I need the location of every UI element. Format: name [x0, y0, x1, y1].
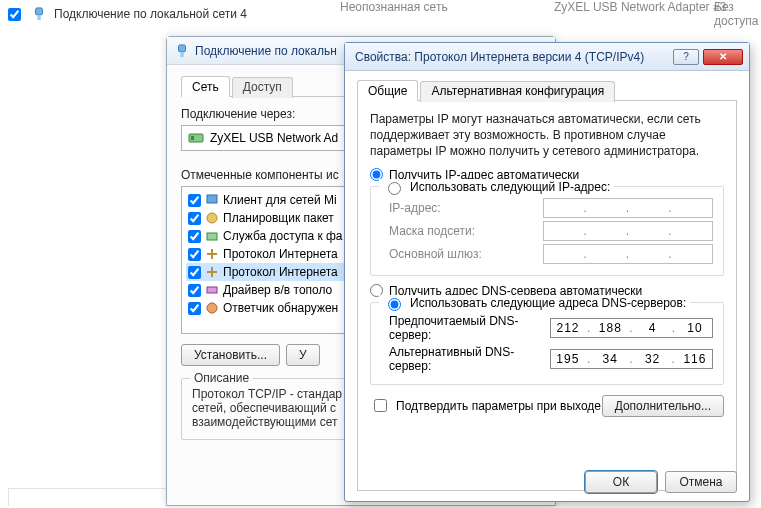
ipv4-tabs: Общие Альтернативная конфигурация	[357, 79, 737, 101]
component-checkbox[interactable]	[188, 194, 201, 207]
ip-address-input: ...	[543, 198, 713, 218]
dns-manual-group: Использовать следующие адреса DNS-сервер…	[370, 302, 724, 385]
svg-rect-9	[207, 287, 217, 293]
svg-rect-6	[207, 195, 217, 203]
install-button[interactable]: Установить...	[181, 344, 280, 366]
confirm-on-exit-row[interactable]: Подтвердить параметры при выходе	[370, 396, 601, 415]
connection-access: Без доступа	[714, 0, 761, 28]
tab-access[interactable]: Доступ	[232, 77, 293, 98]
dns-manual-legend[interactable]: Использовать следующие адреса DNS-сервер…	[379, 295, 690, 311]
svg-rect-2	[179, 44, 186, 51]
gateway-input: ...	[543, 244, 713, 264]
connection-adapter: ZyXEL USB Network Adapter #3	[554, 0, 726, 14]
network-plug-icon	[32, 7, 46, 21]
confirm-checkbox[interactable]	[374, 399, 387, 412]
pref-dns-label: Предпочитаемый DNS-сервер:	[389, 314, 550, 342]
svg-rect-8	[207, 233, 217, 240]
network-plug-icon	[175, 44, 189, 58]
component-checkbox[interactable]	[188, 212, 201, 225]
tab-general[interactable]: Общие	[357, 80, 418, 101]
info-text: Параметры IP могут назначаться автоматич…	[370, 111, 724, 160]
close-button[interactable]: ✕	[703, 49, 743, 65]
scheduler-icon	[205, 211, 219, 225]
dns-manual-radio[interactable]	[388, 298, 401, 311]
ip-address-label: IP-адрес:	[389, 201, 441, 215]
nic-icon	[188, 130, 204, 146]
component-checkbox[interactable]	[188, 248, 201, 261]
subnet-mask-input: ...	[543, 221, 713, 241]
ipv4-window-title: Свойства: Протокол Интернета версии 4 (T…	[355, 50, 644, 64]
component-checkbox[interactable]	[188, 302, 201, 315]
subnet-mask-label: Маска подсети:	[389, 224, 475, 238]
uninstall-button[interactable]: У	[286, 344, 320, 366]
ip-manual-group: Использовать следующий IP-адрес: IP-адре…	[370, 186, 724, 276]
svg-rect-0	[36, 8, 43, 15]
file-share-icon	[205, 229, 219, 243]
pref-dns-input[interactable]: 212. 188. 4. 10	[550, 318, 713, 338]
driver-icon	[205, 283, 219, 297]
protocol-icon	[205, 247, 219, 261]
component-checkbox[interactable]	[188, 230, 201, 243]
help-button[interactable]: ?	[673, 49, 699, 65]
adapter-window-title: Подключение по локальн	[195, 44, 337, 58]
component-checkbox[interactable]	[188, 266, 201, 279]
ok-button[interactable]: ОК	[585, 471, 657, 493]
ipv4-properties-window: Свойства: Протокол Интернета версии 4 (T…	[344, 42, 750, 502]
cancel-button[interactable]: Отмена	[665, 471, 737, 493]
responder-icon	[205, 301, 219, 315]
svg-rect-3	[180, 51, 184, 56]
description-legend: Описание	[190, 371, 253, 385]
confirm-label: Подтвердить параметры при выходе	[396, 399, 601, 413]
tab-alt-config[interactable]: Альтернативная конфигурация	[420, 81, 615, 102]
protocol-icon	[205, 265, 219, 279]
client-icon	[205, 193, 219, 207]
alt-dns-label: Альтернативный DNS-сервер:	[389, 345, 550, 373]
connection-checkbox[interactable]	[8, 8, 21, 21]
ip-manual-radio[interactable]	[388, 182, 401, 195]
advanced-button[interactable]: Дополнительно...	[602, 395, 724, 417]
connection-status: Неопознанная сеть	[340, 0, 448, 14]
adapter-name-text: ZyXEL USB Network Ad	[210, 131, 338, 145]
connection-name: Подключение по локальной сети 4	[54, 7, 247, 21]
svg-point-10	[207, 303, 217, 313]
gateway-label: Основной шлюз:	[389, 247, 482, 261]
ipv4-titlebar[interactable]: Свойства: Протокол Интернета версии 4 (T…	[345, 43, 749, 71]
svg-point-7	[207, 213, 217, 223]
component-checkbox[interactable]	[188, 284, 201, 297]
svg-rect-1	[37, 15, 41, 20]
ip-manual-legend[interactable]: Использовать следующий IP-адрес:	[379, 179, 614, 195]
tab-network[interactable]: Сеть	[181, 76, 230, 97]
svg-rect-5	[191, 136, 194, 140]
alt-dns-input[interactable]: 195. 34. 32. 116	[550, 349, 713, 369]
